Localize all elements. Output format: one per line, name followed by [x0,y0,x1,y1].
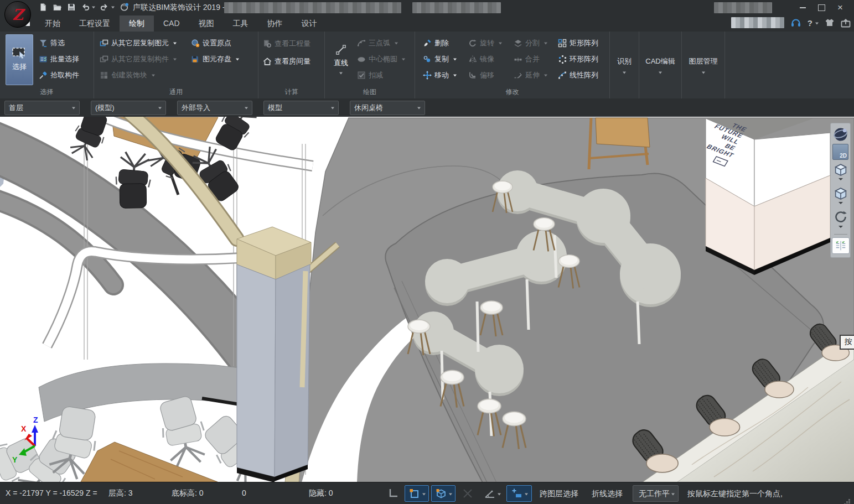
headset-support-icon[interactable] [790,18,801,28]
batch-select-button[interactable]: 批量选择 [39,51,79,67]
maximize-button[interactable] [812,1,831,14]
close-button[interactable]: × [831,1,850,14]
tab-start[interactable]: 开始 [35,15,70,32]
split-button[interactable]: 分割 [514,35,547,51]
pick-component-button[interactable]: 拾取构件 [39,67,79,83]
cad-edit-button[interactable]: CAD编辑 [639,32,681,98]
redo-icon[interactable] [100,3,115,12]
save-icon[interactable] [67,3,76,12]
tab-design[interactable]: 设计 [292,15,327,32]
view-cube-2-dropdown-caret[interactable] [839,202,843,206]
copy-components-from-layer-button[interactable]: 从其它层复制构件 [100,51,177,67]
view-2d-button[interactable]: 2D [832,144,848,160]
linear-array-button[interactable]: 线性阵列 [558,67,598,83]
move-button[interactable]: 移动 [423,67,457,83]
save-element-button[interactable]: 图元存盘 [191,51,239,67]
view-room-quantity-button[interactable]: 查看房间量 [263,53,310,70]
minimize-button[interactable] [793,1,812,14]
storey-selector[interactable]: 首层 [4,101,80,115]
extend-button[interactable]: 延伸 [514,67,547,83]
tab-cad[interactable]: CAD [154,15,189,32]
mirror-icon [468,55,477,64]
model-type-value: 模型 [268,103,282,113]
axis-y-label: Y [12,455,18,464]
quantity-doc-icon [263,39,272,48]
storey-value: 首层 [9,103,23,113]
dropdown-caret [236,59,239,63]
angle-snap-button[interactable] [480,485,504,502]
coordinate-input-button[interactable] [506,485,532,502]
center-ellipse-button[interactable]: 中心椭圆 [357,51,405,67]
upload-launch-icon[interactable] [841,18,851,28]
maximize-icon [818,4,825,11]
theme-shirt-icon[interactable] [825,18,835,27]
split-label: 分割 [525,38,540,48]
polyline-select-button[interactable]: 折线选择 [586,485,628,502]
app-logo[interactable]: Z [4,1,31,28]
rotate-button[interactable]: 旋转 [468,35,502,51]
tab-tools[interactable]: 工具 [224,15,258,32]
ring-array-button[interactable]: 环形阵列 [558,51,598,67]
import-source-selector[interactable]: 外部导入 [177,101,252,115]
view-cube-2-button[interactable] [832,185,849,201]
viewport: THE FUTURE WILL BE BRIGHT [0,117,854,482]
offset-button[interactable]: 偏移 [468,67,502,83]
cube-snap-icon [435,487,447,500]
axis-z-label: Z [33,415,38,424]
copy-component-icon [100,55,108,64]
extend-label: 延伸 [525,70,540,80]
redo-dropdown-caret[interactable] [111,7,115,11]
orbit-tool-button[interactable] [832,126,849,143]
copy-elements-from-layer-button[interactable]: 从其它层复制图元 [100,35,177,51]
view-cube-dropdown-caret[interactable] [839,178,843,183]
viewport-3d-scene[interactable]: THE FUTURE WILL BE BRIGHT [0,117,854,482]
component-type-selector[interactable]: 休闲桌椅 [350,101,425,115]
move-arrows-icon [423,71,432,80]
component-list-button[interactable] [832,237,850,254]
cross-layer-select-button[interactable]: 跨图层选择 [534,485,584,502]
filter-label: 筛选 [50,38,65,48]
quick-access-toolbar [39,2,141,12]
tab-draw[interactable]: 绘制 [120,15,154,32]
axis-mode-button[interactable] [384,485,402,502]
tab-project-settings[interactable]: 工程设置 [70,15,120,32]
set-origin-button[interactable]: 设置原点 [191,35,239,51]
tab-collaboration[interactable]: 协作 [258,15,292,32]
select-button[interactable]: 选择 [6,34,33,85]
new-file-icon[interactable] [39,3,48,12]
help-button[interactable]: ? [808,18,819,28]
3d-snap-button[interactable] [431,485,456,502]
rotate-label: 旋转 [480,38,494,48]
view-quantities-button[interactable]: 查看工程量 [263,35,310,53]
filter-button[interactable]: 筛选 [39,35,79,51]
resize-grip[interactable] [848,499,850,501]
eyedropper-icon [39,71,48,80]
create-decor-block-button[interactable]: 创建装饰块 [100,67,177,83]
line-tool-button[interactable]: 直线 [329,34,353,84]
three-point-arc-button[interactable]: 三点弧 [357,35,405,51]
cross-snap-button[interactable] [458,485,478,502]
help-dropdown-caret [815,22,819,26]
view-cube-button[interactable] [832,161,849,178]
rotate-view-dropdown-caret[interactable] [839,226,843,230]
model-type-selector[interactable]: 模型 [263,101,339,115]
redacted-project-name [224,2,401,13]
deduction-checkbox[interactable]: 扣减 [357,67,405,83]
tab-view[interactable]: 视图 [189,15,224,32]
merge-button[interactable]: 合并 [514,51,547,67]
undo-icon[interactable] [81,3,95,12]
delete-button[interactable]: 删除 [423,35,457,51]
copy-button[interactable]: 复制 [423,51,457,67]
model-state-selector[interactable]: (模型) [91,101,166,115]
recognize-button[interactable]: 识别 [610,32,639,98]
undo-dropdown-caret[interactable] [92,7,95,11]
cross-icon [462,487,474,500]
layer-manage-button[interactable]: 图层管理 [682,32,724,98]
open-file-icon[interactable] [53,3,62,12]
sync-globe-icon[interactable] [120,2,130,12]
workplane-selector[interactable]: 无工作平 [633,485,679,502]
rotate-view-button[interactable] [832,209,849,225]
ortho-snap-button[interactable] [405,485,429,502]
rect-array-button[interactable]: 矩形阵列 [558,35,598,51]
mirror-button[interactable]: 镜像 [468,51,502,67]
